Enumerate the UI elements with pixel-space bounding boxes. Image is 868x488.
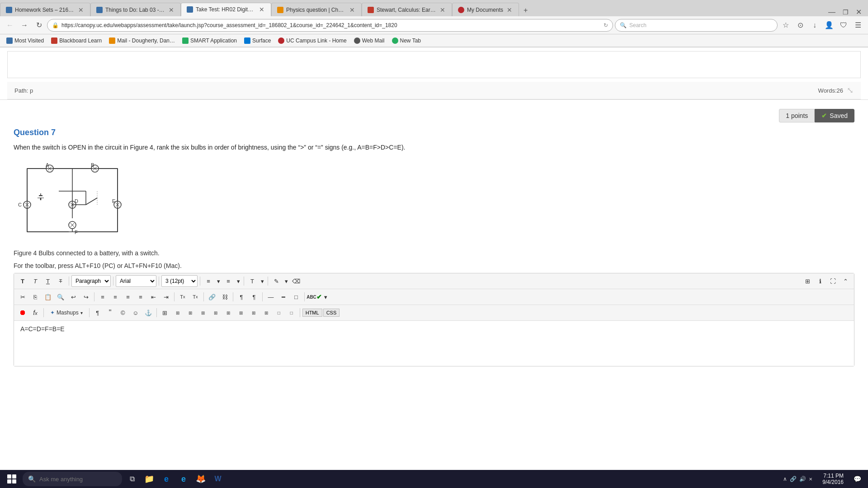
table-sm-2[interactable]: □ — [286, 307, 297, 319]
close-window-button[interactable]: ✕ — [853, 8, 864, 16]
table-col-6[interactable]: ⊞ — [235, 307, 247, 319]
rte-content-area[interactable]: A=C=D=F=B=E — [14, 321, 854, 348]
display-button[interactable]: ⊞ — [802, 275, 813, 287]
table-col-1[interactable]: ⊞ — [172, 307, 184, 319]
taskbar-file-explorer[interactable]: 📁 — [142, 472, 156, 486]
pen-button[interactable]: ✎ — [270, 275, 282, 287]
rte-extra-area[interactable] — [14, 348, 854, 366]
formula-button[interactable]: fx — [29, 307, 41, 319]
show-blocks-button[interactable]: ¶ — [236, 291, 247, 303]
quote-button[interactable]: " — [104, 307, 116, 319]
tab-close-1[interactable]: ✕ — [77, 6, 85, 14]
tab-close-5[interactable]: ✕ — [439, 6, 446, 14]
thick-line-button[interactable]: ━ — [278, 291, 289, 303]
start-button[interactable] — [4, 471, 20, 487]
indent-in-button[interactable]: ⇥ — [160, 291, 172, 303]
info-button[interactable]: ℹ — [814, 275, 826, 287]
taskbar-ie[interactable]: e — [176, 472, 191, 486]
table-col-4[interactable]: ⊞ — [210, 307, 222, 319]
fullscreen-button[interactable]: ⛶ — [827, 275, 839, 287]
tab-4[interactable]: Physics question | Chegg.c… ✕ — [271, 3, 362, 16]
bookmark-surface[interactable]: Surface — [241, 37, 274, 45]
html-button[interactable]: HTML — [302, 309, 322, 317]
new-tab-button[interactable]: + — [519, 5, 532, 16]
align-justify-button[interactable]: ≡ — [135, 291, 146, 303]
search-bar[interactable]: 🔍 Search — [615, 19, 778, 32]
restore-button[interactable]: ❐ — [840, 9, 851, 16]
resize-handle-icon[interactable]: ⤡ — [847, 85, 854, 95]
table-col-3[interactable]: ⊞ — [197, 307, 209, 319]
tab-5[interactable]: Stewart, Calculus: Early Tr… ✕ — [362, 3, 452, 16]
redo-button[interactable]: ↪ — [80, 291, 92, 303]
table-col-5[interactable]: ⊞ — [222, 307, 234, 319]
paragraph-mark-button[interactable]: ¶ — [92, 307, 104, 319]
copyright-button[interactable]: © — [117, 307, 129, 319]
align-right-button[interactable]: ≡ — [122, 291, 134, 303]
tab-close-6[interactable]: ✕ — [506, 6, 513, 14]
toolbar-italic-button[interactable]: T — [29, 275, 41, 287]
spellcheck-dropdown[interactable]: ▾ — [322, 291, 329, 303]
show-hide-button[interactable]: ¶ — [248, 291, 260, 303]
text-format-button[interactable]: T — [246, 275, 258, 287]
minimize-button[interactable]: — — [826, 8, 838, 16]
download-button[interactable]: ↓ — [808, 19, 821, 32]
copy-button[interactable]: ⎘ — [29, 291, 41, 303]
table-col-7[interactable]: ⊞ — [248, 307, 259, 319]
clock[interactable]: 7:11 PM 9/4/2016 — [819, 473, 847, 485]
indent-out-button[interactable]: ⇤ — [147, 291, 159, 303]
box-button[interactable]: □ — [290, 291, 302, 303]
record-button[interactable]: ⏺ — [17, 307, 28, 319]
bookmark-star-button[interactable]: ☆ — [779, 19, 792, 32]
volume-icon[interactable]: 🔊 — [799, 476, 806, 482]
thin-line-button[interactable]: — — [265, 291, 277, 303]
tab-3[interactable]: Take Test: HR02 Digital ve… ✕ — [181, 3, 271, 16]
tab-2[interactable]: Things to Do: Lab 03 - Bui… ✕ — [90, 3, 181, 16]
tab-6[interactable]: My Documents ✕ — [452, 3, 519, 16]
align-left-button[interactable]: ≡ — [97, 291, 108, 303]
menu-button[interactable]: ☰ — [852, 19, 864, 32]
tab-close-2[interactable]: ✕ — [168, 6, 175, 14]
css-button[interactable]: CSS — [323, 309, 340, 317]
collapse-button[interactable]: ⌃ — [840, 275, 851, 287]
superscript-button[interactable]: Tx — [177, 291, 189, 303]
tab-1[interactable]: Homework Sets – 2168-1… ✕ — [0, 3, 90, 16]
remove-link-button[interactable]: ⛓ — [219, 291, 231, 303]
account-button[interactable]: 👤 — [823, 19, 835, 32]
unordered-list-button[interactable]: ≡ — [203, 275, 214, 287]
bookmark-smart[interactable]: SMART Application — [179, 37, 240, 45]
toolbar-strikethrough-button[interactable]: T — [55, 275, 66, 287]
refresh-button[interactable]: ↻ — [33, 19, 45, 32]
table-col-8[interactable]: ⊞ — [260, 307, 272, 319]
address-bar[interactable]: 🔒 https://canopy.uc.edu/webapps/assessme… — [47, 19, 613, 32]
spellcheck-button[interactable]: ABC✔ — [307, 291, 321, 303]
taskbar-edge[interactable]: e — [159, 472, 174, 486]
subscript-button[interactable]: Tx — [189, 291, 201, 303]
bookmark-new-tab[interactable]: New Tab — [389, 37, 424, 45]
table-col-2[interactable]: ⊞ — [184, 307, 196, 319]
bookmark-blackboard[interactable]: Blackboard Learn — [48, 37, 104, 45]
ordered-list-button[interactable]: ≡ — [222, 275, 234, 287]
taskbar-search[interactable]: 🔍 — [23, 472, 122, 486]
dropdown-arrow-2[interactable]: ▾ — [235, 275, 241, 287]
cut-button[interactable]: ✂ — [17, 291, 28, 303]
smiley-button[interactable]: ☺ — [130, 307, 142, 319]
bookmark-most-visited[interactable]: Most Visited — [4, 37, 47, 45]
home-button[interactable]: ⊙ — [794, 19, 807, 32]
font-size-select[interactable]: 3 (12pt) — [161, 275, 198, 287]
find-button[interactable]: 🔍 — [55, 291, 66, 303]
paste-button[interactable]: 📋 — [42, 291, 54, 303]
back-button[interactable]: ← — [4, 19, 16, 32]
shield-button[interactable]: 🛡 — [837, 19, 850, 32]
network-icon[interactable]: 🔗 — [790, 476, 797, 482]
dropdown-arrow-1[interactable]: ▾ — [215, 275, 222, 287]
mashups-button[interactable]: ✦ Mashups ▾ — [46, 307, 87, 319]
insert-link-button[interactable]: 🔗 — [206, 291, 218, 303]
taskbar-word[interactable]: W — [211, 472, 225, 486]
toolbar-underline-button[interactable]: T — [42, 275, 54, 287]
taskbar-firefox[interactable]: 🦊 — [193, 472, 208, 486]
dropdown-arrow-4[interactable]: ▾ — [283, 275, 289, 287]
bookmark-uc-campus[interactable]: UC Campus Link - Home — [275, 37, 349, 45]
anchor-button[interactable]: ⚓ — [142, 307, 154, 319]
forward-button[interactable]: → — [18, 19, 31, 32]
task-view-button[interactable]: ⧉ — [125, 472, 139, 486]
